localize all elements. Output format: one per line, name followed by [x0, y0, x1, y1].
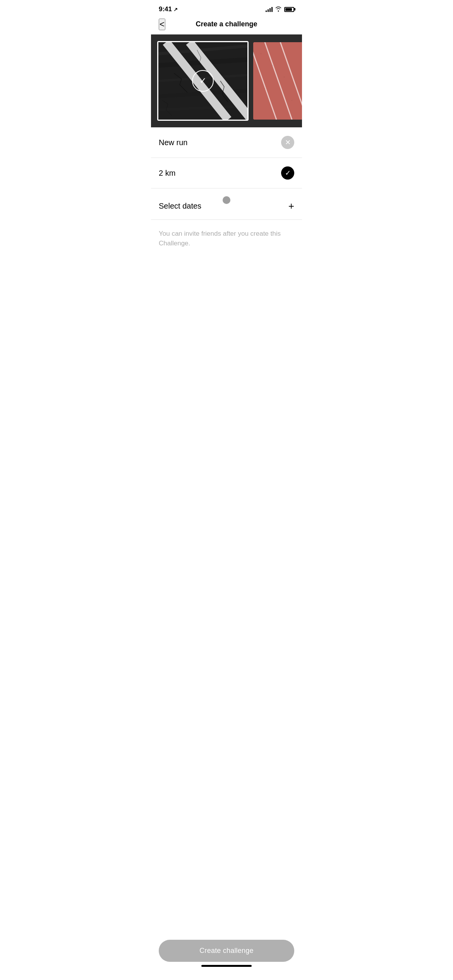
content-area: New run ✕ 2 km ✓ Select dates + You can … [151, 127, 302, 312]
asphalt-image: ✓ [158, 42, 247, 120]
date-dot [223, 196, 230, 204]
clear-icon: ✕ [285, 139, 291, 146]
selected-check-overlay: ✓ [192, 70, 214, 92]
select-dates-row[interactable]: Select dates + [151, 188, 302, 220]
distance-check-button[interactable]: ✓ [281, 166, 294, 180]
page-title: Create a challenge [196, 20, 257, 28]
track-image [253, 42, 302, 120]
check-icon: ✓ [285, 169, 291, 177]
battery-icon [284, 7, 294, 12]
status-bar: 9:41 ↗ [151, 0, 302, 16]
distance-row[interactable]: 2 km ✓ [151, 158, 302, 188]
distance-label: 2 km [159, 169, 175, 178]
nav-bar: < Create a challenge [151, 16, 302, 34]
image-carousel[interactable]: ✓ [151, 34, 302, 127]
svg-point-17 [292, 100, 292, 101]
clear-name-button[interactable]: ✕ [281, 136, 294, 149]
svg-point-14 [272, 65, 273, 66]
status-time: 9:41 ↗ [159, 5, 178, 13]
image-track[interactable] [253, 42, 302, 120]
challenge-name-row[interactable]: New run ✕ [151, 127, 302, 158]
track-lines-svg [253, 42, 302, 120]
wifi-icon [275, 6, 282, 13]
image-asphalt-selected[interactable]: ✓ [157, 41, 249, 121]
challenge-name-label: New run [159, 138, 187, 147]
svg-point-15 [284, 77, 285, 77]
svg-rect-8 [253, 42, 302, 120]
back-button[interactable]: < [159, 19, 165, 30]
bottom-spacer [151, 257, 302, 312]
select-dates-label: Select dates [159, 202, 201, 211]
signal-icon [266, 7, 273, 12]
svg-point-16 [264, 88, 265, 89]
svg-point-13 [261, 53, 261, 54]
invite-info-text: You can invite friends after you create … [151, 220, 302, 257]
location-arrow-icon: ↗ [173, 7, 178, 12]
add-dates-button[interactable]: + [288, 201, 294, 211]
status-icons [266, 6, 294, 13]
check-icon: ✓ [199, 76, 206, 86]
